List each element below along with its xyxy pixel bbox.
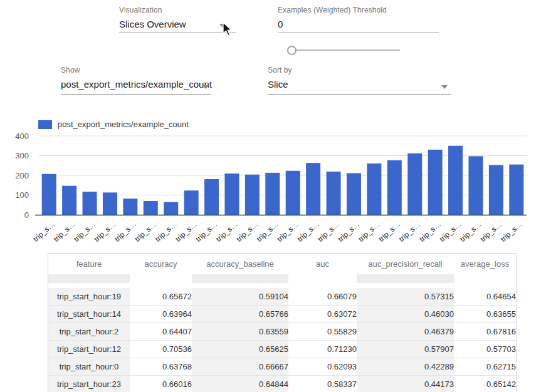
metric-value-cell: 0.62715 [454,358,516,376]
threshold-input-group[interactable]: Examples (Weighted) Threshold 0 [278,6,439,29]
dropdown-arrow-icon[interactable] [441,85,448,89]
bar[interactable] [367,163,381,215]
table-header-row: featureaccuracyaccuracy_baselineaucauc_p… [48,254,516,274]
chart-legend: post_export_metrics/example_count [38,120,189,129]
metric-value-cell: 0.65672 [130,286,192,306]
sort-by-underline [268,94,451,95]
feature-cell: trip_start_hour:14 [48,306,130,323]
mouse-cursor-icon [222,22,234,37]
column-header-feature[interactable]: feature [48,254,130,274]
visualization-value[interactable]: Slices Overview [119,19,236,29]
metrics-table-body: trip_start_hour:190.656720.591040.660790… [48,286,516,392]
column-header-accuracy[interactable]: accuracy [130,254,192,274]
metric-value-cell: 0.62093 [288,358,357,376]
column-header-auc[interactable]: auc [288,254,357,274]
sort-by-value[interactable]: Slice [268,79,451,90]
metric-value-cell: 0.58337 [288,376,357,392]
bar[interactable] [144,201,158,215]
bar[interactable] [468,156,483,215]
column-header-auc_precision_recall[interactable]: auc_precision_recall [357,254,454,274]
metric-value-cell: 0.57703 [454,341,516,358]
metric-value-cell: 0.66667 [192,358,288,376]
bar[interactable] [184,190,199,215]
metric-value-cell: 0.64407 [130,323,192,341]
bar[interactable] [265,173,280,215]
y-axis-tick-label: 100 [15,190,29,200]
metric-value-cell: 0.64844 [192,376,288,392]
metric-value-cell: 0.66016 [130,376,192,392]
table-row[interactable]: trip_start_hour:190.656720.591040.660790… [48,286,516,306]
metric-value-cell: 0.46030 [357,306,454,323]
metric-value-cell: 0.59104 [192,286,288,306]
table-row[interactable]: trip_start_hour:00.637680.666670.620930.… [48,358,516,376]
metrics-table: featureaccuracyaccuracy_baselineaucauc_p… [48,254,516,392]
visualization-dropdown[interactable]: Visualization Slices Overview [119,6,236,29]
feature-cell: trip_start_hour:19 [48,286,130,306]
bar[interactable] [489,165,503,215]
metric-value-cell: 0.66079 [288,286,357,306]
table-filter-row [48,274,516,286]
sort-by-label: Sort by [268,66,451,75]
bar[interactable] [42,174,56,215]
metric-value-cell: 0.67816 [454,323,516,341]
bar[interactable] [407,153,422,215]
metric-value-cell: 0.46379 [357,323,454,341]
show-value[interactable]: post_export_metrics/example_count [61,79,211,90]
bar[interactable] [306,163,320,215]
column-header-accuracy_baseline[interactable]: accuracy_baseline [192,254,288,274]
table-row[interactable]: trip_start_hour:230.660160.648440.583370… [48,376,516,392]
bar[interactable] [245,175,260,215]
filter-cell [48,274,130,286]
metric-value-cell: 0.42289 [357,358,454,376]
y-axis-tick-label: 200 [15,171,29,180]
table-row[interactable]: trip_start_hour:120.705360.656250.712300… [48,341,516,358]
bar[interactable] [62,186,76,215]
bar[interactable] [204,179,219,215]
metric-value-cell: 0.57315 [357,286,454,306]
bar[interactable] [123,199,137,215]
legend-swatch [38,120,52,129]
slicing-metrics-browser: Visualization Slices Overview Examples (… [0,0,541,392]
metrics-table-container: featureaccuracyaccuracy_baselineaucauc_p… [48,253,517,392]
show-label: Show [61,66,211,75]
filter-cell [130,274,192,286]
show-metric-dropdown[interactable]: Show post_export_metrics/example_count [61,66,211,90]
metric-value-cell: 0.64654 [454,286,516,306]
bar[interactable] [286,171,300,215]
bar[interactable] [164,202,178,215]
table-row[interactable]: trip_start_hour:20.644070.635590.558290.… [48,323,516,341]
slider-thumb[interactable] [287,46,297,55]
bar[interactable] [448,146,463,215]
filter-cell [357,274,454,286]
metric-value-cell: 0.63655 [454,306,516,323]
sort-by-dropdown[interactable]: Sort by Slice [268,66,451,90]
bar[interactable] [387,160,402,215]
metric-value-cell: 0.63768 [130,358,192,376]
feature-cell: trip_start_hour:0 [48,358,130,376]
y-axis-tick-label: 300 [15,151,29,160]
bar[interactable] [509,165,523,215]
metric-value-cell: 0.70536 [130,341,192,358]
threshold-label: Examples (Weighted) Threshold [278,6,439,14]
bar[interactable] [83,192,97,215]
dropdown-arrow-icon[interactable] [202,85,209,89]
bar[interactable] [428,150,443,215]
bar-chart[interactable]: 0100200300400trip_s…trip_s…trip_s…trip_s… [0,132,541,242]
threshold-value[interactable]: 0 [278,19,439,29]
metric-value-cell: 0.65766 [192,306,288,323]
table-row[interactable]: trip_start_hour:140.639640.657660.630720… [48,306,516,323]
threshold-underline [278,33,439,33]
metric-value-cell: 0.63964 [130,306,192,323]
bar[interactable] [327,172,341,215]
slider-track[interactable] [292,49,400,51]
legend-label: post_export_metrics/example_count [58,120,189,129]
threshold-slider[interactable] [287,44,400,56]
bar[interactable] [347,173,361,215]
bar[interactable] [224,173,239,215]
bar[interactable] [103,192,117,215]
metric-value-cell: 0.55829 [288,323,357,341]
y-axis-tick-label: 0 [24,210,29,220]
y-axis-tick-label: 400 [15,132,29,141]
metric-value-cell: 0.57907 [357,341,454,358]
column-header-average_loss[interactable]: average_loss [454,254,516,274]
